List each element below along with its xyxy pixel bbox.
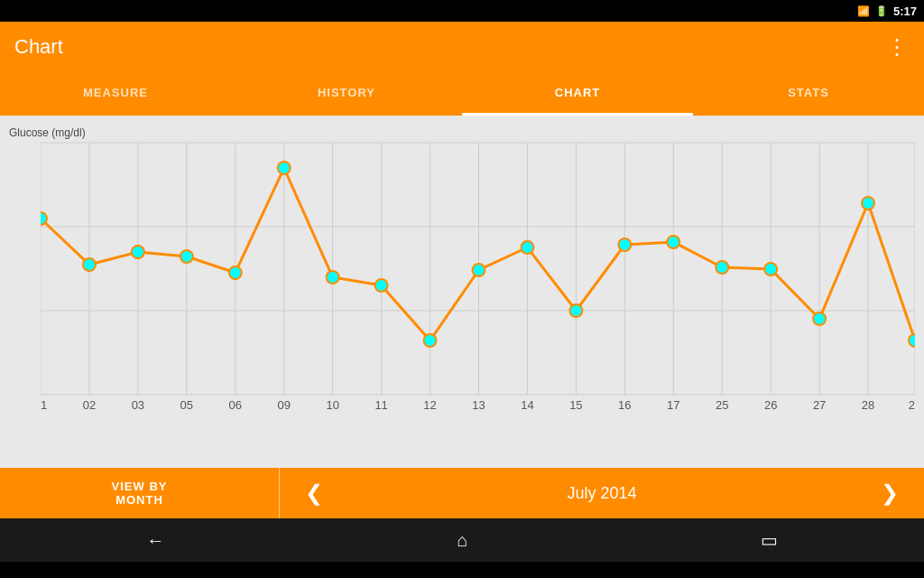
svg-point-50 (229, 266, 242, 279)
svg-text:03: 03 (132, 398, 144, 412)
app-title: Chart (14, 35, 63, 59)
bottom-bar: VIEW BYMONTH ❮ July 2014 ❯ (0, 468, 924, 518)
svg-point-61 (764, 263, 777, 275)
svg-text:02: 02 (83, 398, 96, 412)
svg-text:05: 05 (180, 398, 193, 412)
svg-text:15: 15 (569, 398, 582, 412)
tab-stats-label: STATS (788, 86, 829, 99)
tab-measure-label: MEASURE (83, 86, 148, 99)
svg-point-46 (41, 212, 47, 225)
svg-point-64 (909, 334, 915, 347)
svg-point-62 (813, 312, 826, 325)
svg-point-54 (424, 334, 437, 347)
svg-text:14: 14 (521, 398, 533, 412)
svg-point-52 (327, 271, 339, 284)
chart-area: Glucose (mg/dl) 300 200 100 0 (0, 116, 924, 468)
svg-text:29: 29 (909, 398, 915, 412)
tab-bar: MEASURE HISTORY CHART STATS (0, 72, 924, 116)
svg-point-53 (375, 279, 388, 292)
view-by-month-button[interactable]: VIEW BYMONTH (0, 468, 280, 518)
tab-chart[interactable]: CHART (462, 72, 693, 116)
svg-text:17: 17 (667, 398, 679, 412)
svg-point-47 (83, 258, 96, 271)
svg-point-51 (278, 162, 291, 174)
recents-button[interactable]: ▭ (761, 529, 778, 551)
status-bar: 📶 🔋 5:17 (0, 0, 924, 22)
tab-chart-label: CHART (555, 86, 601, 99)
back-button[interactable]: ← (146, 530, 164, 551)
tab-history[interactable]: HISTORY (231, 72, 462, 116)
svg-text:13: 13 (472, 398, 485, 412)
svg-point-60 (716, 261, 728, 274)
svg-point-48 (132, 246, 144, 258)
svg-text:06: 06 (229, 398, 242, 412)
app-bar: Chart ⋮ (0, 22, 924, 72)
wifi-icon: 📶 (857, 5, 870, 17)
prev-button[interactable]: ❮ (298, 473, 330, 513)
svg-text:26: 26 (764, 398, 777, 412)
overflow-menu-button[interactable]: ⋮ (886, 36, 910, 58)
svg-point-57 (569, 304, 582, 317)
tab-stats[interactable]: STATS (693, 72, 924, 116)
chart-svg: 300 200 100 0 01 02 03 05 06 09 10 11 (41, 125, 915, 441)
svg-point-59 (667, 236, 679, 248)
svg-text:11: 11 (374, 398, 387, 412)
svg-text:12: 12 (423, 398, 436, 412)
navigation-area: ❮ July 2014 ❯ (280, 473, 924, 513)
svg-text:16: 16 (618, 398, 631, 412)
system-nav-bar: ← ⌂ ▭ (0, 518, 924, 562)
y-axis-label: Glucose (mg/dl) (9, 126, 86, 139)
svg-text:01: 01 (41, 398, 47, 412)
svg-point-56 (521, 241, 533, 254)
svg-text:10: 10 (326, 398, 338, 412)
tab-history-label: HISTORY (318, 86, 375, 99)
view-by-month-label: VIEW BYMONTH (112, 480, 168, 507)
next-button[interactable]: ❯ (873, 473, 906, 513)
tab-measure[interactable]: MEASURE (0, 72, 231, 116)
status-time: 5:17 (893, 5, 917, 18)
svg-text:28: 28 (862, 398, 874, 412)
home-button[interactable]: ⌂ (457, 530, 467, 551)
svg-point-58 (618, 238, 631, 251)
svg-text:09: 09 (277, 398, 290, 412)
current-period: July 2014 (567, 484, 636, 503)
svg-point-55 (473, 264, 485, 276)
svg-text:27: 27 (813, 398, 826, 412)
svg-point-63 (862, 197, 874, 210)
svg-point-49 (180, 250, 193, 263)
battery-icon: 🔋 (875, 5, 888, 17)
svg-text:25: 25 (716, 398, 728, 412)
